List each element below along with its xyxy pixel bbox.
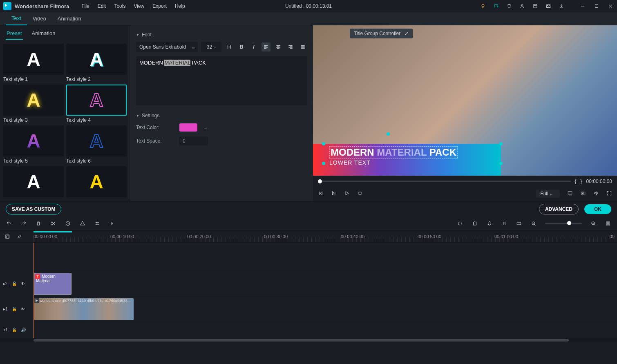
text-editor[interactable]: MODERN MATERIAL PACK xyxy=(136,56,307,105)
preset-style-7[interactable]: A xyxy=(3,166,64,197)
headset-icon[interactable] xyxy=(493,3,499,9)
speed-icon[interactable] xyxy=(65,220,71,227)
preset-style-8[interactable]: A xyxy=(66,166,127,197)
menu-tools[interactable]: Tools xyxy=(114,3,125,9)
preset-style-6[interactable]: AText style 6 xyxy=(66,125,127,164)
title-overlay[interactable]: MODERN MATERIAL PACK LOWER TEXT xyxy=(313,144,501,176)
preview-scrubber[interactable] xyxy=(318,181,571,182)
color-chevron-icon[interactable]: ⌵ xyxy=(204,125,207,130)
ok-button[interactable]: OK xyxy=(584,204,611,214)
char-spacing-icon[interactable] xyxy=(225,42,234,51)
clip-video[interactable]: wondershare-4f07788f-6130-4fb0-b75d-e176… xyxy=(34,298,134,320)
visibility-icon[interactable]: 👁 xyxy=(21,307,25,311)
align-right-button[interactable] xyxy=(286,42,295,51)
timeline-hscroll[interactable] xyxy=(0,338,617,342)
font-family-select[interactable]: Open Sans Extrabold⌵ xyxy=(136,42,198,52)
zoom-slider[interactable] xyxy=(545,223,582,224)
tab-video[interactable]: Video xyxy=(27,12,52,25)
redo-icon[interactable] xyxy=(20,220,27,227)
audio-icon[interactable] xyxy=(109,220,115,227)
crop-icon[interactable] xyxy=(79,220,86,227)
mute-icon[interactable]: 🔊 xyxy=(21,328,26,332)
adjust-icon[interactable] xyxy=(94,220,101,227)
section-settings[interactable]: Settings xyxy=(136,113,307,118)
mail-icon[interactable] xyxy=(545,3,552,9)
bold-button[interactable]: B xyxy=(237,42,246,51)
expand-icon[interactable]: ⤢ xyxy=(405,31,409,36)
quality-select[interactable]: Full ⌵ xyxy=(536,190,560,198)
maximize-icon[interactable] xyxy=(593,3,600,9)
zoom-in-icon[interactable] xyxy=(590,220,597,227)
text-space-input[interactable]: 0 xyxy=(179,136,208,145)
lock-icon[interactable]: 🔓 xyxy=(12,307,17,311)
play-button[interactable] xyxy=(344,190,350,197)
preset-style-1[interactable]: AText style 1 xyxy=(3,44,64,82)
render-icon[interactable] xyxy=(457,220,463,227)
next-frame-button[interactable] xyxy=(331,190,337,197)
preview-time: 00:00:00:00 xyxy=(586,179,612,184)
menu-view[interactable]: View xyxy=(134,3,144,9)
voiceover-icon[interactable] xyxy=(486,220,493,227)
prev-frame-button[interactable] xyxy=(318,190,324,197)
track-manage-icon[interactable] xyxy=(4,233,11,240)
playhead[interactable] xyxy=(34,243,34,338)
idea-icon[interactable] xyxy=(480,3,486,9)
undo-icon[interactable] xyxy=(6,220,12,227)
preset-style-3[interactable]: AText style 3 xyxy=(3,85,64,123)
preset-style-4[interactable]: AText style 4 xyxy=(66,85,127,123)
text-color-label: Text Color: xyxy=(136,125,173,130)
volume-icon[interactable] xyxy=(593,190,599,197)
track-title[interactable]: ▸2🔓👁 Modern Material xyxy=(34,271,617,297)
menu-file[interactable]: File xyxy=(81,3,89,9)
lock-icon[interactable]: 🔓 xyxy=(12,281,17,286)
caption-icon[interactable] xyxy=(516,220,522,227)
tab-text[interactable]: Text xyxy=(6,12,27,25)
snapshot-icon[interactable] xyxy=(580,190,586,197)
stop-button[interactable] xyxy=(357,190,363,197)
preview-viewport[interactable]: Title Group Controller⤢ MODERN MATERIAL … xyxy=(313,25,617,176)
title-group-controller[interactable]: Title Group Controller⤢ xyxy=(350,29,413,38)
trash-icon[interactable] xyxy=(506,3,512,9)
fullscreen-icon[interactable] xyxy=(606,190,612,197)
mark-in-button[interactable]: { xyxy=(575,179,577,184)
align-left-button[interactable] xyxy=(262,42,270,51)
user-icon[interactable] xyxy=(519,3,525,9)
visibility-icon[interactable]: 👁 xyxy=(21,281,25,286)
section-font[interactable]: Font xyxy=(136,32,307,38)
clip-title[interactable]: Modern Material xyxy=(34,273,72,295)
download-icon[interactable] xyxy=(558,3,565,9)
mark-out-button[interactable]: } xyxy=(581,179,582,184)
zoom-out-icon[interactable] xyxy=(530,220,537,227)
marker-icon[interactable] xyxy=(472,220,478,227)
subtab-animation[interactable]: Animation xyxy=(31,28,56,40)
close-icon[interactable] xyxy=(607,3,614,9)
save-as-custom-button[interactable]: SAVE AS CUSTOM xyxy=(6,204,61,214)
svg-point-1 xyxy=(521,4,523,6)
preset-style-5[interactable]: AText style 5 xyxy=(3,125,64,164)
subtab-preset[interactable]: Preset xyxy=(6,28,23,40)
display-icon[interactable] xyxy=(567,190,573,197)
lock-icon[interactable]: 🔓 xyxy=(12,328,17,332)
minimize-icon[interactable] xyxy=(579,3,586,9)
menu-help[interactable]: Help xyxy=(175,3,185,9)
align-justify-button[interactable] xyxy=(298,42,307,51)
mixer-icon[interactable] xyxy=(501,220,507,227)
menu-export[interactable]: Export xyxy=(152,3,167,9)
track-video[interactable]: ▸1🔓👁 wondershare-4f07788f-6130-4fb0-b75d… xyxy=(34,297,617,322)
tab-animation[interactable]: Animation xyxy=(52,12,87,25)
zoom-fit-icon[interactable] xyxy=(605,220,611,227)
delete-icon[interactable] xyxy=(35,220,42,227)
italic-button[interactable]: I xyxy=(249,42,258,51)
text-space-label: Text Space: xyxy=(136,138,173,144)
menu-edit[interactable]: Edit xyxy=(98,3,106,9)
text-color-swatch[interactable] xyxy=(179,123,197,132)
link-icon[interactable] xyxy=(16,233,23,240)
align-center-button[interactable] xyxy=(274,42,283,51)
split-icon[interactable] xyxy=(50,220,56,227)
font-size-select[interactable]: 32⌵ xyxy=(201,42,221,52)
advanced-button[interactable]: ADVANCED xyxy=(539,204,579,214)
timeline-ruler[interactable]: 00:00:00:00 00:00:10:00 00:00:20:00 00:0… xyxy=(0,230,617,243)
save-icon[interactable] xyxy=(532,3,539,9)
preset-style-2[interactable]: AText style 2 xyxy=(66,44,127,82)
track-audio[interactable]: ♪1🔓🔊 xyxy=(34,322,617,338)
